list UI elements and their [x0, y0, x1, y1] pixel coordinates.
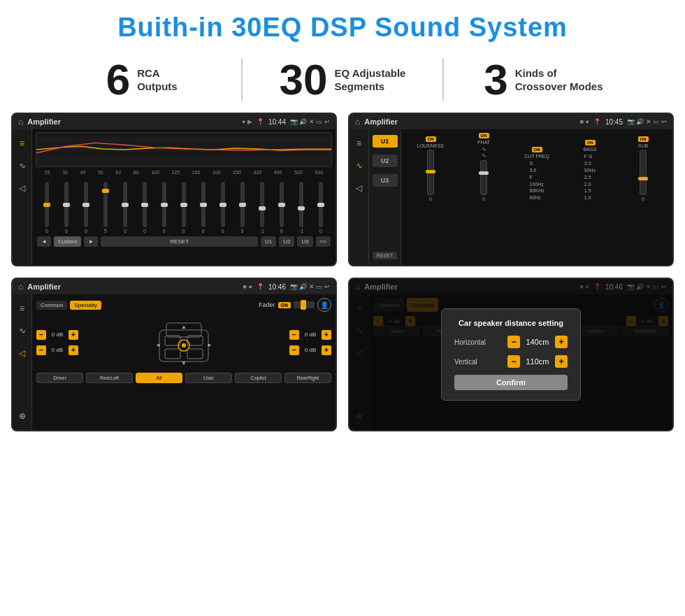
fader-main: Common Specialty Fader ON 👤	[32, 294, 336, 430]
wave-icon-3[interactable]: ∿	[15, 324, 29, 338]
minus-btn-4[interactable]: −	[289, 345, 299, 355]
svg-text:▼: ▼	[181, 360, 187, 366]
speaker-icon-2[interactable]: ◁	[352, 181, 366, 195]
status-bar-3: ⌂ Amplifier ■ ● 📍 10:46 📷 🔊 ✕ ▭ ↩	[13, 279, 336, 294]
minus-btn-3[interactable]: −	[289, 330, 299, 340]
svg-text:▲: ▲	[181, 324, 187, 330]
location-icon-2: 📍	[593, 118, 601, 125]
db-val-2: 0 dB	[48, 347, 66, 353]
rearRight-btn[interactable]: RearRight	[284, 373, 331, 383]
next-preset-btn[interactable]: ►	[84, 236, 98, 247]
eq-screen-content: ≡ ∿ ◁	[13, 129, 336, 265]
freq-320: 320	[254, 170, 262, 175]
db-val-4: 0 dB	[301, 347, 319, 353]
vertical-value: 110cm	[524, 357, 551, 366]
slider-11[interactable]: 0	[240, 182, 245, 234]
minus-btn-2[interactable]: −	[36, 345, 46, 355]
user-btn[interactable]: User	[185, 373, 232, 383]
slider-14[interactable]: -1	[299, 182, 303, 234]
loudness-label: LOUDNESS	[417, 143, 445, 148]
common-tab[interactable]: Common	[36, 301, 67, 310]
freq-25: 25	[45, 170, 50, 175]
status-icons-1: 📷 🔊 ✕ ▭ ↩	[290, 118, 330, 125]
crossover-sidebar: ≡ ∿ ◁	[349, 129, 369, 265]
user-avatar-icon: 👤	[317, 298, 331, 312]
plus-btn-3[interactable]: +	[322, 330, 331, 340]
status-title-1: Amplifier	[27, 117, 238, 126]
stat-label-crossover: Kinds of Crossover Modes	[515, 66, 603, 94]
slider-7[interactable]: 0	[162, 182, 166, 234]
vertical-row: Vertical − 110cm +	[454, 355, 568, 368]
u1-btn[interactable]: U1	[261, 236, 276, 247]
u2-select[interactable]: U2	[373, 155, 398, 167]
slider-5[interactable]: 0	[123, 182, 127, 234]
expand-icon-3[interactable]: ⊕	[15, 409, 29, 423]
speaker-icon-3[interactable]: ◁	[15, 346, 29, 360]
u1-select[interactable]: U1	[373, 135, 398, 148]
driver-btn[interactable]: Driver	[36, 373, 83, 383]
status-time-3: 10:46	[268, 283, 286, 291]
speaker-icon[interactable]: ◁	[15, 181, 29, 195]
stat-number-crossover: 3	[484, 58, 507, 101]
eq-icon-2[interactable]: ≡	[352, 136, 366, 150]
vertical-plus[interactable]: +	[555, 355, 568, 368]
prev-preset-btn[interactable]: ◄	[37, 236, 51, 247]
horizontal-minus[interactable]: −	[507, 336, 520, 348]
wave-icon[interactable]: ∿	[15, 159, 29, 173]
confirm-button[interactable]: Confirm	[454, 375, 568, 390]
slider-8[interactable]: 0	[182, 182, 186, 234]
loudness-slider[interactable]	[427, 150, 434, 195]
plus-btn-1[interactable]: +	[68, 330, 78, 340]
db-val-3: 0 dB	[301, 331, 319, 338]
slider-13[interactable]: 0	[280, 182, 284, 234]
all-btn[interactable]: All	[136, 373, 182, 383]
more-btn[interactable]: >>	[316, 236, 331, 247]
screen-crossover: ⌂ Amplifier ■ ● 📍 10:45 📷 🔊 ✕ ▭ ↩ ≡ ∿ ◁ …	[348, 113, 674, 266]
vertical-minus[interactable]: −	[507, 355, 520, 368]
u3-btn[interactable]: U3	[297, 236, 312, 247]
u3-select[interactable]: U3	[373, 174, 398, 187]
plus-btn-2[interactable]: +	[68, 345, 78, 355]
slider-6[interactable]: 0	[143, 182, 147, 234]
slider-3[interactable]: 0	[84, 182, 88, 234]
minus-btn-1[interactable]: −	[36, 330, 46, 340]
wave-icon-2[interactable]: ∿	[352, 159, 366, 173]
slider-2[interactable]: 0	[64, 182, 68, 234]
reset-btn-cross[interactable]: RESET	[373, 252, 397, 259]
plus-btn-4[interactable]: +	[322, 345, 331, 355]
slider-12[interactable]: -1	[260, 182, 264, 234]
freq-80: 80	[134, 170, 139, 175]
eq-icon-3[interactable]: ≡	[15, 301, 29, 315]
freq-63: 63	[115, 170, 121, 175]
eq-main: 25 32 40 50 63 80 100 125 160 200 250 32…	[32, 129, 336, 265]
slider-4[interactable]: 5	[103, 182, 108, 234]
freq-40: 40	[80, 170, 86, 175]
eq-freq-labels: 25 32 40 50 63 80 100 125 160 200 250 32…	[36, 170, 332, 175]
custom-preset-btn[interactable]: Custom	[54, 236, 82, 247]
specialty-tab[interactable]: Specialty	[70, 301, 101, 310]
eq-icon[interactable]: ≡	[15, 136, 29, 150]
rearLeft-btn[interactable]: RearLeft	[86, 373, 133, 383]
status-bar-1: ⌂ Amplifier ● ▶ 📍 10:44 📷 🔊 ✕ ▭ ↩	[13, 114, 336, 129]
dialog-title: Car speaker distance setting	[454, 319, 568, 327]
slider-10[interactable]: 0	[221, 182, 225, 234]
horizontal-plus[interactable]: +	[555, 336, 568, 348]
sub-slider[interactable]	[640, 150, 647, 195]
u2-btn[interactable]: U2	[279, 236, 294, 247]
slider-9[interactable]: 0	[201, 182, 206, 234]
slider-1[interactable]: 0	[45, 182, 49, 234]
slider-15[interactable]: 0	[319, 182, 323, 234]
reset-btn-1[interactable]: RESET	[101, 236, 258, 247]
dot-icons-2: ■ ●	[580, 118, 589, 125]
loudness-val: 0	[429, 196, 432, 201]
fader-slider-h[interactable]	[294, 301, 315, 308]
phat-slider[interactable]	[480, 160, 487, 195]
phat-label: PHAT	[477, 140, 490, 145]
loudness-col: ON LOUDNESS 0	[405, 136, 456, 201]
status-time-1: 10:44	[268, 118, 286, 126]
copilot-btn[interactable]: Copilot	[235, 373, 282, 383]
fader-label-text: Fader	[259, 301, 275, 308]
dialog-box: Car speaker distance setting Horizontal …	[441, 308, 581, 401]
bass-label: BASS	[584, 147, 597, 152]
bottom-buttons-3: Driver RearLeft All User Copilot RearRig…	[36, 373, 331, 383]
